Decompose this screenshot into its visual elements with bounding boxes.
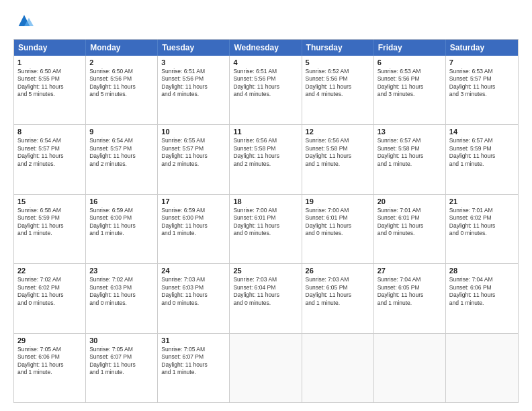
day-number: 23 (89, 267, 154, 275)
day-cell-20: 20Sunrise: 7:01 AMSunset: 6:01 PMDayligh… (374, 195, 446, 263)
day-number: 6 (378, 58, 442, 66)
day-info: Sunrise: 6:50 AMSunset: 5:56 PMDaylight:… (89, 68, 154, 99)
day-cell-16: 16Sunrise: 6:59 AMSunset: 6:00 PMDayligh… (86, 195, 158, 263)
day-cell-5: 5Sunrise: 6:52 AMSunset: 5:56 PMDaylight… (302, 56, 374, 124)
day-cell-24: 24Sunrise: 7:03 AMSunset: 6:03 PMDayligh… (158, 264, 230, 332)
day-info: Sunrise: 7:01 AMSunset: 6:01 PMDaylight:… (378, 207, 442, 238)
day-number: 9 (89, 128, 154, 136)
header-day-saturday: Saturday (446, 40, 518, 56)
logo-icon (15, 11, 34, 30)
day-info: Sunrise: 6:56 AMSunset: 5:58 PMDaylight:… (306, 137, 370, 168)
day-info: Sunrise: 6:50 AMSunset: 5:55 PMDaylight:… (17, 68, 82, 99)
day-info: Sunrise: 7:03 AMSunset: 6:03 PMDaylight:… (161, 276, 226, 307)
day-cell-17: 17Sunrise: 6:59 AMSunset: 6:00 PMDayligh… (158, 195, 230, 263)
day-info: Sunrise: 6:59 AMSunset: 6:00 PMDaylight:… (89, 207, 154, 238)
day-cell-10: 10Sunrise: 6:55 AMSunset: 5:57 PMDayligh… (158, 125, 230, 193)
header-day-wednesday: Wednesday (230, 40, 302, 56)
day-number: 17 (161, 197, 226, 205)
day-cell-25: 25Sunrise: 7:03 AMSunset: 6:04 PMDayligh… (230, 264, 302, 332)
day-number: 15 (17, 197, 82, 205)
day-cell-23: 23Sunrise: 7:02 AMSunset: 6:03 PMDayligh… (86, 264, 158, 332)
day-info: Sunrise: 7:05 AMSunset: 6:06 PMDaylight:… (17, 346, 82, 377)
day-info: Sunrise: 7:02 AMSunset: 6:02 PMDaylight:… (17, 276, 82, 307)
day-cell-19: 19Sunrise: 7:00 AMSunset: 6:01 PMDayligh… (302, 195, 374, 263)
header-day-monday: Monday (86, 40, 158, 56)
day-number: 22 (17, 267, 82, 275)
day-number: 24 (161, 267, 226, 275)
day-cell-11: 11Sunrise: 6:56 AMSunset: 5:58 PMDayligh… (230, 125, 302, 193)
day-cell-31: 31Sunrise: 7:05 AMSunset: 6:07 PMDayligh… (158, 334, 230, 402)
day-number: 8 (17, 128, 82, 136)
header-day-thursday: Thursday (302, 40, 374, 56)
day-info: Sunrise: 6:54 AMSunset: 5:57 PMDaylight:… (89, 137, 154, 168)
day-number: 4 (233, 58, 298, 66)
day-cell-1: 1Sunrise: 6:50 AMSunset: 5:55 PMDaylight… (14, 56, 86, 124)
calendar-row-3: 15Sunrise: 6:58 AMSunset: 5:59 PMDayligh… (14, 194, 518, 263)
day-number: 14 (449, 128, 515, 136)
day-info: Sunrise: 7:04 AMSunset: 6:06 PMDaylight:… (449, 276, 515, 307)
day-number: 16 (89, 197, 154, 205)
page: SundayMondayTuesdayWednesdayThursdayFrid… (0, 0, 532, 411)
calendar-header: SundayMondayTuesdayWednesdayThursdayFrid… (14, 40, 518, 56)
day-number: 21 (449, 197, 515, 205)
day-info: Sunrise: 6:57 AMSunset: 5:58 PMDaylight:… (378, 137, 442, 168)
day-cell-13: 13Sunrise: 6:57 AMSunset: 5:58 PMDayligh… (374, 125, 446, 193)
day-cell-18: 18Sunrise: 7:00 AMSunset: 6:01 PMDayligh… (230, 195, 302, 263)
day-info: Sunrise: 6:53 AMSunset: 5:56 PMDaylight:… (378, 68, 442, 99)
day-number: 5 (306, 58, 370, 66)
day-cell-29: 29Sunrise: 7:05 AMSunset: 6:06 PMDayligh… (14, 334, 86, 402)
day-cell-22: 22Sunrise: 7:02 AMSunset: 6:02 PMDayligh… (14, 264, 86, 332)
header (13, 11, 519, 32)
day-info: Sunrise: 7:05 AMSunset: 6:07 PMDaylight:… (89, 346, 154, 377)
empty-cell-4-5 (374, 334, 446, 402)
day-info: Sunrise: 7:01 AMSunset: 6:02 PMDaylight:… (449, 207, 515, 238)
calendar-row-2: 8Sunrise: 6:54 AMSunset: 5:57 PMDaylight… (14, 124, 518, 193)
day-number: 26 (306, 267, 370, 275)
day-info: Sunrise: 7:04 AMSunset: 6:05 PMDaylight:… (378, 276, 442, 307)
day-cell-21: 21Sunrise: 7:01 AMSunset: 6:02 PMDayligh… (446, 195, 518, 263)
day-info: Sunrise: 6:58 AMSunset: 5:59 PMDaylight:… (17, 207, 82, 238)
empty-cell-4-6 (446, 334, 518, 402)
day-number: 13 (378, 128, 442, 136)
day-number: 3 (161, 58, 226, 66)
day-cell-7: 7Sunrise: 6:53 AMSunset: 5:57 PMDaylight… (446, 56, 518, 124)
day-number: 1 (17, 58, 82, 66)
day-cell-3: 3Sunrise: 6:51 AMSunset: 5:56 PMDaylight… (158, 56, 230, 124)
day-info: Sunrise: 7:00 AMSunset: 6:01 PMDaylight:… (306, 207, 370, 238)
calendar: SundayMondayTuesdayWednesdayThursdayFrid… (13, 39, 519, 403)
day-number: 2 (89, 58, 154, 66)
day-number: 19 (306, 197, 370, 205)
empty-cell-4-3 (230, 334, 302, 402)
header-day-tuesday: Tuesday (158, 40, 230, 56)
day-cell-4: 4Sunrise: 6:51 AMSunset: 5:56 PMDaylight… (230, 56, 302, 124)
calendar-row-1: 1Sunrise: 6:50 AMSunset: 5:55 PMDaylight… (14, 56, 518, 124)
day-cell-12: 12Sunrise: 6:56 AMSunset: 5:58 PMDayligh… (302, 125, 374, 193)
day-number: 11 (233, 128, 298, 136)
day-info: Sunrise: 7:00 AMSunset: 6:01 PMDaylight:… (233, 207, 298, 238)
logo (13, 11, 34, 32)
day-info: Sunrise: 7:05 AMSunset: 6:07 PMDaylight:… (161, 346, 226, 377)
day-info: Sunrise: 7:03 AMSunset: 6:05 PMDaylight:… (306, 276, 370, 307)
day-cell-14: 14Sunrise: 6:57 AMSunset: 5:59 PMDayligh… (446, 125, 518, 193)
day-info: Sunrise: 6:52 AMSunset: 5:56 PMDaylight:… (306, 68, 370, 99)
header-day-sunday: Sunday (14, 40, 86, 56)
day-info: Sunrise: 6:56 AMSunset: 5:58 PMDaylight:… (233, 137, 298, 168)
day-number: 27 (378, 267, 442, 275)
empty-cell-4-4 (302, 334, 374, 402)
day-info: Sunrise: 6:55 AMSunset: 5:57 PMDaylight:… (161, 137, 226, 168)
day-cell-2: 2Sunrise: 6:50 AMSunset: 5:56 PMDaylight… (86, 56, 158, 124)
calendar-body: 1Sunrise: 6:50 AMSunset: 5:55 PMDaylight… (14, 56, 518, 402)
day-cell-8: 8Sunrise: 6:54 AMSunset: 5:57 PMDaylight… (14, 125, 86, 193)
day-cell-30: 30Sunrise: 7:05 AMSunset: 6:07 PMDayligh… (86, 334, 158, 402)
day-cell-27: 27Sunrise: 7:04 AMSunset: 6:05 PMDayligh… (374, 264, 446, 332)
day-info: Sunrise: 6:53 AMSunset: 5:57 PMDaylight:… (449, 68, 515, 99)
header-day-friday: Friday (374, 40, 446, 56)
day-number: 25 (233, 267, 298, 275)
day-number: 12 (306, 128, 370, 136)
day-cell-6: 6Sunrise: 6:53 AMSunset: 5:56 PMDaylight… (374, 56, 446, 124)
day-info: Sunrise: 6:57 AMSunset: 5:59 PMDaylight:… (449, 137, 515, 168)
day-info: Sunrise: 6:54 AMSunset: 5:57 PMDaylight:… (17, 137, 82, 168)
day-number: 31 (161, 336, 226, 345)
day-number: 20 (378, 197, 442, 205)
day-info: Sunrise: 7:02 AMSunset: 6:03 PMDaylight:… (89, 276, 154, 307)
